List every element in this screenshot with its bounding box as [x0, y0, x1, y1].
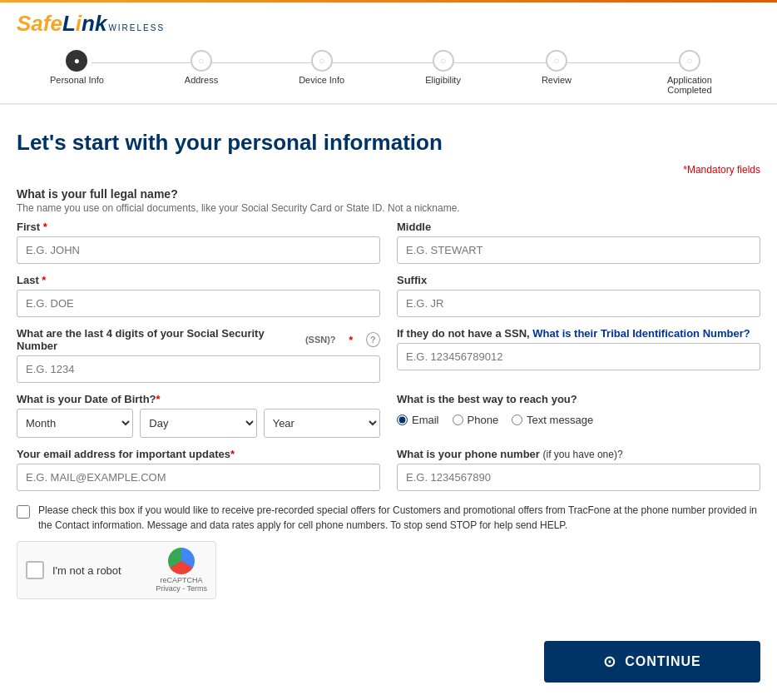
email-label: Your email address for important updates…	[17, 448, 380, 460]
ssn-label: What are the last 4 digits of your Socia…	[17, 327, 380, 352]
consent-text: Please check this box if you would like …	[38, 503, 760, 533]
last-required: *	[42, 274, 46, 286]
logo-safe-text: Safe	[17, 11, 62, 37]
ssn-question-text: What are the last 4 digits of your Socia…	[17, 327, 292, 352]
email-phone-row: Your email address for important updates…	[17, 448, 760, 491]
page-title: Let's start with your personal informati…	[17, 130, 760, 156]
day-select[interactable]: Day for(let i=1;i<=31;i++) document.writ…	[140, 409, 256, 438]
step-circle-5: ○	[546, 50, 567, 72]
radio-email-label: Email	[412, 414, 439, 426]
month-select[interactable]: Month JanuaryFebruaryMarch AprilMayJune …	[17, 409, 133, 438]
radio-phone-label: Phone	[468, 414, 499, 426]
step-circle-4: ○	[433, 50, 454, 72]
first-name-group: First *	[17, 221, 380, 264]
tribal-label: If they do not have a SSN, What is their…	[397, 327, 760, 340]
ssn-group: What are the last 4 digits of your Socia…	[17, 327, 380, 383]
recaptcha-logo: reCAPTCHA Privacy - Terms	[156, 548, 207, 593]
main-content: Let's start with your personal informati…	[0, 113, 777, 633]
middle-name-group: Middle	[397, 221, 760, 264]
first-name-input[interactable]	[17, 236, 380, 264]
recaptcha-box[interactable]: I'm not a robot reCAPTCHA Privacy - Term…	[17, 541, 216, 599]
step-device-info: ○ Device Info	[299, 50, 344, 85]
header: SafeLink WIRELESS ● Personal Info ○ Addr…	[0, 2, 777, 104]
radio-email[interactable]: Email	[397, 414, 439, 426]
step-label-4: Eligibility	[425, 75, 461, 85]
step-personal-info: ● Personal Info	[50, 50, 104, 85]
middle-name-input[interactable]	[397, 236, 760, 264]
step-address: ○ Address	[185, 50, 218, 85]
radio-text-input[interactable]	[512, 415, 522, 425]
recaptcha-brand: reCAPTCHA	[161, 576, 203, 584]
ssn-input[interactable]	[17, 355, 380, 383]
phone-label: What is your phone number (if you have o…	[397, 448, 760, 460]
year-select[interactable]: Year for(let y=2024;y>=1900;y--) documen…	[264, 409, 380, 438]
phone-group: What is your phone number (if you have o…	[397, 448, 760, 491]
progress-bar: ● Personal Info ○ Address ○ Device Info …	[17, 37, 760, 103]
step-label-5: Review	[542, 75, 572, 85]
contact-label: What is the best way to reach you?	[397, 393, 760, 405]
header-divider	[0, 104, 777, 105]
ssn-row: What are the last 4 digits of your Socia…	[17, 327, 760, 383]
logo-link-text: Link	[62, 11, 106, 37]
logo-wireless-text: WIRELESS	[108, 23, 165, 32]
step-circle-1: ●	[66, 50, 87, 72]
footer-bar: ⊙ CONTINUE	[0, 633, 777, 699]
tribal-link[interactable]: What is their Tribal Identification Numb…	[532, 327, 750, 340]
email-group: Your email address for important updates…	[17, 448, 380, 491]
full-name-sub: The name you use on official documents, …	[17, 202, 760, 214]
suffix-label: Suffix	[397, 274, 760, 286]
dob-group: What is your Date of Birth?* Month Janua…	[17, 393, 380, 438]
middle-name-label: Middle	[397, 221, 760, 233]
name-row-1: First * Middle	[17, 221, 760, 264]
recaptcha-checkbox[interactable]	[26, 561, 44, 579]
first-name-label: First *	[17, 221, 380, 233]
continue-button[interactable]: ⊙ CONTINUE	[544, 641, 760, 683]
step-circle-2: ○	[191, 50, 212, 72]
dob-label: What is your Date of Birth?*	[17, 393, 380, 405]
recaptcha-label: I'm not a robot	[52, 564, 147, 577]
tribal-input[interactable]	[397, 343, 760, 370]
name-row-2: Last * Suffix	[17, 274, 760, 317]
dob-contact-row: What is your Date of Birth?* Month Janua…	[17, 393, 760, 438]
recaptcha-icon	[168, 548, 195, 574]
step-review: ○ Review	[542, 50, 572, 85]
radio-phone-input[interactable]	[453, 415, 463, 425]
tribal-group: If they do not have a SSN, What is their…	[397, 327, 760, 383]
step-label-3: Device Info	[299, 75, 344, 85]
continue-label: CONTINUE	[625, 654, 701, 669]
phone-sub: (if you have one)?	[543, 449, 623, 460]
ssn-abbr: (SSN)?	[305, 335, 336, 345]
last-name-input[interactable]	[17, 290, 380, 317]
step-eligibility: ○ Eligibility	[425, 50, 461, 85]
mandatory-note: *Mandatory fields	[17, 164, 760, 176]
suffix-group: Suffix	[397, 274, 760, 317]
suffix-input[interactable]	[397, 290, 760, 317]
full-name-question: What is your full legal name?	[17, 187, 760, 201]
ssn-help-icon[interactable]: ?	[366, 332, 380, 347]
step-circle-3: ○	[311, 50, 333, 72]
step-label-2: Address	[185, 75, 218, 85]
consent-checkbox[interactable]	[17, 505, 30, 519]
last-name-group: Last *	[17, 274, 380, 317]
first-required: *	[43, 221, 47, 233]
step-completed: ○ Application Completed	[652, 50, 727, 95]
logo: SafeLink WIRELESS	[17, 11, 760, 37]
contact-radio-group: Email Phone Text message	[397, 414, 760, 426]
radio-text[interactable]: Text message	[512, 414, 593, 426]
radio-phone[interactable]: Phone	[453, 414, 499, 426]
recaptcha-terms: Privacy - Terms	[156, 584, 207, 593]
radio-email-input[interactable]	[397, 415, 408, 425]
step-label-6: Application Completed	[652, 75, 727, 95]
dob-selects: Month JanuaryFebruaryMarch AprilMayJune …	[17, 409, 380, 438]
radio-text-label: Text message	[527, 414, 593, 426]
contact-group: What is the best way to reach you? Email…	[397, 393, 760, 438]
phone-input[interactable]	[397, 464, 760, 491]
email-input[interactable]	[17, 464, 380, 491]
last-name-label: Last *	[17, 274, 380, 286]
step-label-1: Personal Info	[50, 75, 104, 85]
step-circle-6: ○	[679, 50, 700, 72]
continue-icon: ⊙	[603, 653, 616, 671]
consent-row: Please check this box if you would like …	[17, 503, 760, 533]
